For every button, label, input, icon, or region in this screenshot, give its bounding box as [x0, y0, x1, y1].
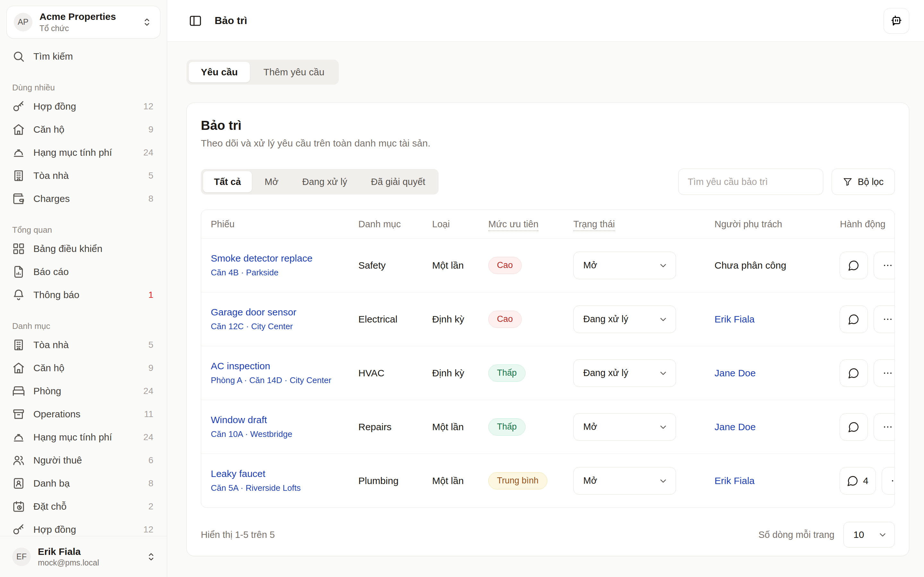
message-circle-icon	[848, 367, 859, 379]
type-cell: Một lần	[432, 475, 488, 486]
panel-left-icon	[189, 14, 202, 27]
status-select[interactable]: Mở	[573, 413, 676, 441]
ticket-location-link[interactable]: Căn 12C · City Center	[211, 322, 355, 332]
ticket-link[interactable]: Smoke detector replace	[211, 253, 312, 264]
ticket-link[interactable]: AC inspection	[211, 361, 270, 372]
sidebar-toggle-button[interactable]	[188, 13, 203, 29]
comments-button[interactable]	[840, 306, 868, 333]
sidebar-item--t-ch-[interactable]: Đặt chỗ2	[0, 495, 167, 518]
status-filter--ang-x-l-[interactable]: Đang xử lý	[291, 171, 358, 192]
chevron-down-icon	[658, 314, 668, 324]
ticket-location-link[interactable]: Căn 4B · Parkside	[211, 268, 355, 277]
chevron-down-icon	[878, 530, 887, 540]
status-filter-t-t-c-[interactable]: Tất cả	[203, 171, 252, 192]
sidebar-item-b-ng-i-u-khi-n[interactable]: Bảng điều khiển	[0, 237, 167, 260]
sidebar-item-label: Thông báo	[33, 290, 79, 300]
sidebar-item-c-n-h-[interactable]: Căn hộ9	[0, 118, 167, 141]
chevron-down-icon	[658, 261, 668, 270]
page-content: Yêu cầuThêm yêu cầu Bảo trì Theo dõi và …	[167, 42, 924, 577]
chevron-down-icon	[658, 368, 668, 378]
rows-per-page-select[interactable]: 10	[843, 522, 895, 548]
status-select[interactable]: Đang xử lý	[573, 359, 676, 387]
archive-icon	[12, 408, 25, 421]
main-area: Bảo trì Yêu cầuThêm yêu cầu Bảo trì Theo…	[167, 0, 924, 577]
status-select[interactable]: Đang xử lý	[573, 306, 676, 333]
rows-per-page-value: 10	[853, 529, 864, 540]
filter-button[interactable]: Bộ lọc	[832, 169, 895, 195]
concierge-bell-icon	[12, 146, 25, 159]
ticket-link[interactable]: Garage door sensor	[211, 307, 296, 318]
row-menu-button[interactable]	[874, 306, 895, 333]
user-email: mock@pms.local	[38, 558, 99, 567]
sidebar-item-ng-i-thu-[interactable]: Người thuê6	[0, 449, 167, 472]
assignee-link[interactable]: Jane Doe	[714, 367, 756, 378]
comments-button[interactable]: 4	[840, 467, 876, 495]
ellipsis-icon	[890, 475, 895, 486]
sidebar-item-label: Căn hộ	[33, 124, 65, 135]
comments-button[interactable]	[840, 413, 868, 441]
ticket-link[interactable]: Leaky faucet	[211, 468, 265, 479]
priority-badge: Cao	[488, 311, 522, 328]
org-name: Acme Properties	[39, 11, 116, 23]
sidebar-item-label: Tìm kiếm	[33, 51, 73, 62]
item-count: 11	[144, 409, 153, 419]
sidebar-item-c-n-h-[interactable]: Căn hộ9	[0, 356, 167, 380]
category-cell: Plumbing	[359, 475, 432, 486]
sidebar-item-search[interactable]: Tìm kiếm	[0, 45, 167, 68]
status-filter-m-[interactable]: Mở	[254, 171, 289, 192]
ticket-location-link[interactable]: Căn 5A · Riverside Lofts	[211, 483, 355, 493]
status-select[interactable]: Mở	[573, 467, 676, 495]
chevron-down-icon	[658, 476, 668, 486]
column-header: Hành động	[840, 219, 885, 229]
sidebar-item-operations[interactable]: Operations11	[0, 403, 167, 426]
row-menu-button[interactable]	[874, 359, 895, 387]
priority-badge: Thấp	[488, 418, 525, 436]
assistant-button[interactable]	[884, 8, 909, 34]
sidebar-item-charges[interactable]: Charges8	[0, 187, 167, 210]
assignee-link[interactable]: Jane Doe	[714, 422, 756, 432]
sidebar-item-b-o-c-o[interactable]: Báo cáo	[0, 260, 167, 284]
sidebar-item-label: Bảng điều khiển	[33, 243, 102, 254]
sidebar-item-label: Hợp đồng	[33, 524, 76, 535]
sidebar-item-label: Hạng mục tính phí	[33, 432, 112, 443]
assignee-link[interactable]: Erik Fiala	[714, 475, 754, 486]
status-select[interactable]: Mở	[573, 251, 676, 279]
search-input[interactable]	[678, 169, 823, 195]
ticket-location-link[interactable]: Phòng A · Căn 14D · City Center	[211, 376, 355, 385]
sidebar-item-h-p-ng[interactable]: Hợp đồng12	[0, 95, 167, 118]
row-menu-button[interactable]	[882, 467, 895, 495]
sidebar-item-ph-ng[interactable]: Phòng24	[0, 380, 167, 403]
row-menu-button[interactable]	[874, 251, 895, 279]
org-switcher[interactable]: AP Acme Properties Tổ chức	[6, 6, 160, 39]
tab-y-u-c-u[interactable]: Yêu cầu	[189, 62, 250, 82]
tab-th-m-y-u-c-u[interactable]: Thêm yêu cầu	[251, 62, 336, 82]
ticket-location-link[interactable]: Căn 10A · Westbridge	[211, 429, 355, 439]
sidebar-item-danh-b-[interactable]: Danh bạ8	[0, 472, 167, 495]
ticket-link[interactable]: Window draft	[211, 414, 267, 425]
maintenance-card: Bảo trì Theo dõi và xử lý yêu cầu trên t…	[186, 103, 909, 556]
building-icon	[12, 169, 25, 182]
sidebar-item-h-p-ng[interactable]: Hợp đồng12	[0, 518, 167, 536]
sidebar-item-label: Danh bạ	[33, 478, 69, 489]
row-menu-button[interactable]	[874, 413, 895, 441]
sidebar-item-h-ng-m-c-t-nh-ph-[interactable]: Hạng mục tính phí24	[0, 426, 167, 449]
user-menu[interactable]: EF Erik Fiala mock@pms.local	[0, 536, 167, 577]
comments-button[interactable]	[840, 251, 868, 279]
column-header[interactable]: Trạng thái	[573, 219, 615, 231]
sidebar-item-h-ng-m-c-t-nh-ph-[interactable]: Hạng mục tính phí24	[0, 141, 167, 164]
sidebar-item-label: Hợp đồng	[33, 101, 76, 112]
item-count: 12	[144, 524, 153, 535]
status-filter--gi-i-quy-t[interactable]: Đã giải quyết	[360, 171, 436, 192]
column-header[interactable]: Mức ưu tiên	[488, 219, 538, 231]
sidebar-item-th-ng-b-o[interactable]: Thông báo1	[0, 284, 167, 306]
sidebar-item-t-a-nh-[interactable]: Tòa nhà5	[0, 334, 167, 356]
status-filter-group: Tất cảMởĐang xử lýĐã giải quyết	[201, 169, 439, 195]
ellipsis-icon	[882, 367, 893, 379]
table-row: Smoke detector replaceCăn 4B · ParksideS…	[201, 238, 895, 292]
assignee-link[interactable]: Erik Fiala	[714, 314, 754, 324]
sidebar-item-t-a-nh-[interactable]: Tòa nhà5	[0, 164, 167, 187]
chevron-down-icon	[658, 422, 668, 432]
topbar: Bảo trì	[167, 0, 924, 42]
bed-icon	[12, 385, 25, 398]
comments-button[interactable]	[840, 359, 868, 387]
